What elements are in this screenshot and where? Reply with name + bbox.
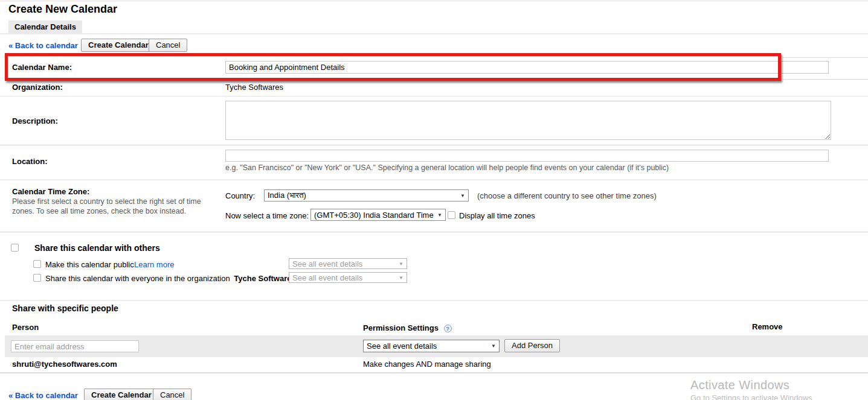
- row-divider: [783, 57, 868, 58]
- activate-windows-subtext: Go to Settings to activate Windows: [690, 393, 812, 400]
- share-org-checkbox[interactable]: [33, 274, 41, 282]
- organization-label: Organization:: [12, 83, 63, 92]
- page-title: Create New Calendar: [8, 3, 117, 16]
- permission-column-label: Permission Settings: [363, 323, 439, 332]
- share-others-heading: Share this calendar with others: [34, 243, 160, 253]
- learn-more-link[interactable]: Learn more: [134, 260, 174, 269]
- row-divider: [0, 144, 868, 146]
- share-org-label: Share this calendar with everyone in the…: [45, 274, 296, 283]
- row-divider: [0, 96, 868, 97]
- share-people-heading: Share with specific people: [12, 303, 118, 313]
- calendar-name-label: Calendar Name:: [12, 63, 72, 72]
- country-note: (choose a different country to see other…: [477, 191, 657, 200]
- timezone-select-label: Now select a time zone:: [225, 211, 309, 220]
- make-public-checkbox[interactable]: [33, 260, 41, 268]
- chevron-down-icon: ▼: [437, 212, 442, 218]
- back-to-calendar-link-top[interactable]: « Back to calendar: [8, 41, 78, 50]
- create-calendar-button-top[interactable]: Create Calendar: [81, 39, 156, 52]
- org-permission-value: See all event details: [292, 273, 362, 282]
- organization-value: Tyche Softwares: [225, 83, 283, 92]
- create-calendar-button-bottom[interactable]: Create Calendar: [84, 389, 159, 400]
- chevron-down-icon: ▼: [460, 193, 465, 198]
- org-permission-select: See all event details ▼: [289, 272, 407, 283]
- back-to-calendar-link-bottom[interactable]: « Back to calendar: [8, 391, 78, 400]
- chevron-down-icon: ▼: [399, 275, 403, 281]
- tab-calendar-details[interactable]: Calendar Details: [8, 21, 82, 33]
- country-select-value: India (भारत): [268, 191, 306, 200]
- row-divider: [0, 179, 868, 180]
- cancel-button-top[interactable]: Cancel: [149, 39, 187, 52]
- chevron-down-icon: ▼: [399, 261, 403, 267]
- description-label: Description:: [12, 116, 58, 125]
- new-person-permission-select[interactable]: See all event details ▼: [363, 340, 500, 352]
- location-label: Location:: [12, 157, 48, 166]
- permission-column-header: Permission Settings ?: [363, 323, 452, 332]
- make-public-label: Make this calendar public: [45, 260, 134, 269]
- location-hint: e.g. "San Francisco" or "New York" or "U…: [225, 163, 669, 172]
- share-org-name: Tyche Softwares: [234, 274, 295, 283]
- person-email: shruti@tychesoftwares.com: [12, 360, 117, 369]
- section-divider: [0, 372, 868, 373]
- section-divider: [0, 231, 868, 233]
- person-permission: Make changes AND manage sharing: [363, 360, 491, 369]
- public-permission-select: See all event details ▼: [289, 258, 407, 269]
- calendar-name-input[interactable]: [225, 61, 829, 74]
- display-all-timezones-label: Display all time zones: [459, 211, 535, 220]
- timezone-label: Calendar Time Zone:: [12, 187, 89, 196]
- email-input[interactable]: [11, 340, 139, 352]
- activate-windows-watermark: Activate Windows: [690, 378, 789, 392]
- row-divider: [783, 79, 868, 80]
- help-icon[interactable]: ?: [444, 325, 452, 332]
- public-permission-value: See all event details: [292, 259, 362, 268]
- location-input[interactable]: [225, 150, 829, 162]
- remove-column-header: Remove: [752, 322, 783, 331]
- country-select[interactable]: India (भारत) ▼: [264, 189, 469, 202]
- description-textarea[interactable]: [225, 101, 831, 140]
- country-label: Country:: [225, 191, 255, 200]
- timezone-select-value: (GMT+05:30) India Standard Time: [314, 211, 434, 220]
- timezone-select[interactable]: (GMT+05:30) India Standard Time ▼: [310, 209, 446, 221]
- top-band: [0, 0, 868, 2]
- cancel-button-bottom[interactable]: Cancel: [153, 389, 191, 400]
- chevron-down-icon: ▼: [491, 343, 496, 349]
- section-divider: [0, 300, 868, 301]
- display-all-timezones-checkbox[interactable]: [448, 211, 455, 219]
- new-person-permission-value: See all event details: [367, 341, 437, 351]
- share-org-label-text: Share this calendar with everyone in the…: [45, 274, 230, 283]
- share-others-checkbox[interactable]: [11, 244, 19, 252]
- tab-divider: [0, 33, 868, 34]
- add-person-button[interactable]: Add Person: [504, 339, 560, 352]
- timezone-help-text: Please first select a country to select …: [12, 197, 225, 216]
- person-column-header: Person: [12, 323, 39, 332]
